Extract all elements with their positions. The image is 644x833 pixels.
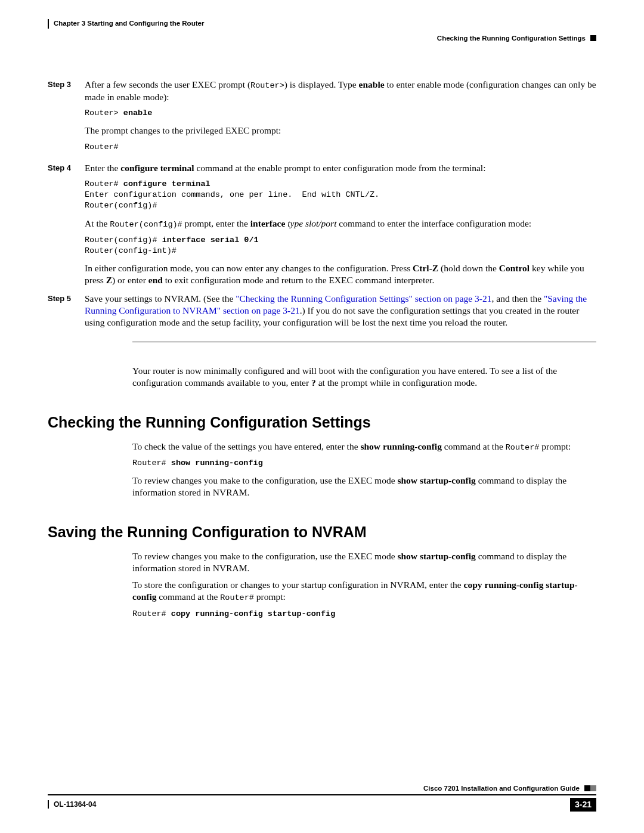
section-divider — [132, 342, 596, 342]
step-3-p1: After a few seconds the user EXEC prompt… — [85, 79, 596, 103]
header-marker-icon — [590, 35, 596, 41]
footer-doc-id: OL-11364-04 — [54, 800, 96, 810]
step-3-label: Step 3 — [48, 79, 85, 159]
step-3-p2: The prompt changes to the privileged EXE… — [85, 125, 596, 137]
footer-marker-icon — [584, 785, 596, 791]
sec1-p2: To review changes you make to the config… — [132, 475, 596, 498]
page-number: 3-21 — [570, 798, 596, 812]
sec1-p1: To check the value of the settings you h… — [132, 441, 596, 453]
sec1-code: Router# show running-config — [132, 458, 596, 469]
step-4-code2: Router(config)# interface serial 0/1 Rou… — [85, 235, 596, 256]
heading-saving-nvram: Saving the Running Configuration to NVRA… — [48, 522, 596, 542]
sec2-code: Router# copy running-config startup-conf… — [132, 609, 596, 620]
step-5-label: Step 5 — [48, 293, 85, 333]
footer-bar-icon — [48, 800, 49, 809]
header-chapter: Chapter 3 Starting and Configuring the R… — [54, 19, 204, 28]
step-4-p1: Enter the configure terminal command at … — [85, 162, 596, 174]
step-3-code2: Router# — [85, 142, 596, 153]
step-4-p3: In either configuration mode, you can no… — [85, 262, 596, 286]
link-checking-config[interactable]: "Checking the Running Configuration Sett… — [236, 293, 491, 304]
sec2-p2: To store the configuration or changes to… — [132, 579, 596, 603]
step-3-code1: Router> enable — [85, 108, 596, 119]
sec2-p1: To review changes you make to the config… — [132, 550, 596, 574]
footer-guide-title: Cisco 7201 Installation and Configuratio… — [423, 784, 580, 793]
step-4-code1: Router# configure terminal Enter configu… — [85, 179, 596, 212]
after-steps-p1: Your router is now minimally configured … — [132, 365, 596, 389]
step-4-p2: At the Router(config)# prompt, enter the… — [85, 218, 596, 230]
step-5-p1: Save your settings to NVRAM. (See the "C… — [85, 293, 596, 329]
heading-checking-config: Checking the Running Configuration Setti… — [48, 413, 596, 432]
header-section: Checking the Running Configuration Setti… — [437, 34, 586, 43]
step-4-label: Step 4 — [48, 162, 85, 292]
